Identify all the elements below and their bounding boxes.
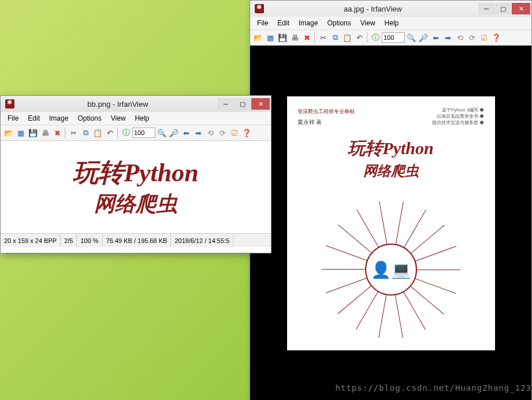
save-icon[interactable]: 💾 bbox=[277, 32, 288, 43]
rotate-left-icon[interactable]: ⟲ bbox=[454, 32, 466, 43]
zoom-in-icon[interactable]: 🔍 bbox=[156, 127, 168, 139]
status-zoom: 100 % bbox=[77, 234, 102, 247]
window-buttons: ─ ▢ ✕ bbox=[218, 98, 270, 110]
zoom-out-icon[interactable]: 🔎 bbox=[168, 127, 180, 139]
settings-icon[interactable]: ☑ bbox=[478, 32, 490, 43]
book-bullet: 提供技术交流与服务群 ◆ bbox=[432, 119, 484, 126]
print-icon[interactable]: 🖶 bbox=[289, 32, 300, 43]
menu-image[interactable]: Image bbox=[294, 18, 322, 28]
image-viewport[interactable]: 资深爬虫工程师专业奉献 黄永祥 著 基于Python 3编写 ◆ 以项目实战贯穿… bbox=[250, 46, 531, 400]
next-icon[interactable]: ➡ bbox=[192, 127, 204, 139]
delete-icon[interactable]: ✖ bbox=[301, 32, 312, 43]
book-title: 玩转Python 网络爬虫 bbox=[287, 137, 495, 180]
logo-line2: 网络爬虫 bbox=[94, 190, 177, 218]
status-filesize: 76.49 KB / 195.68 KB bbox=[103, 234, 172, 247]
next-icon[interactable]: ➡ bbox=[442, 32, 453, 43]
irfanview-window-aa: aa.jpg - IrfanView ─ ▢ ✕ File Edit Image… bbox=[250, 0, 532, 400]
zoom-input[interactable] bbox=[382, 32, 405, 43]
book-author: 黄永祥 著 bbox=[297, 118, 322, 126]
statusbar: 20 x 159 x 24 BPP 2/5 100 % 76.49 KB / 1… bbox=[1, 233, 271, 247]
menu-image[interactable]: Image bbox=[44, 113, 73, 124]
titlebar[interactable]: aa.jpg - IrfanView ─ ▢ ✕ bbox=[250, 1, 531, 17]
menu-view[interactable]: View bbox=[106, 113, 131, 124]
menu-edit[interactable]: Edit bbox=[23, 113, 44, 124]
cropped-logo-image: 玩转Python 网络爬虫 bbox=[12, 143, 260, 232]
undo-icon[interactable]: ↶ bbox=[104, 127, 116, 139]
toolbar: 📂 ▦ 💾 🖶 ✖ ✂ ⧉ 📋 ↶ ⓘ 🔍 🔎 ⬅ ➡ ⟲ ⟳ ☑ ❓ bbox=[1, 125, 271, 141]
menu-file[interactable]: File bbox=[3, 113, 23, 124]
book-title-line1: 玩转Python bbox=[287, 137, 495, 160]
zoom-out-icon[interactable]: 🔎 bbox=[418, 32, 429, 43]
toolbar: 📂 ▦ 💾 🖶 ✖ ✂ ⧉ 📋 ↶ ⓘ 🔍 🔎 ⬅ ➡ ⟲ ⟳ ☑ ❓ bbox=[250, 30, 531, 46]
irfanview-window-bb: bb.png - IrfanView ─ ▢ ✕ File Edit Image… bbox=[0, 95, 271, 253]
minimize-button[interactable]: ─ bbox=[218, 98, 234, 110]
close-button[interactable]: ✕ bbox=[512, 3, 530, 14]
menu-file[interactable]: File bbox=[252, 18, 273, 28]
cut-icon[interactable]: ✂ bbox=[68, 127, 79, 139]
maximize-button[interactable]: ▢ bbox=[235, 98, 251, 110]
window-buttons: ─ ▢ ✕ bbox=[478, 3, 530, 14]
help-icon[interactable]: ❓ bbox=[241, 127, 252, 139]
book-subtitle: 资深爬虫工程师专业奉献 bbox=[297, 108, 355, 115]
book-title-line2: 网络爬虫 bbox=[287, 162, 495, 180]
menu-help[interactable]: Help bbox=[131, 113, 154, 124]
status-page: 2/5 bbox=[61, 234, 77, 247]
settings-icon[interactable]: ☑ bbox=[229, 127, 240, 139]
book-bullet: 基于Python 3编写 ◆ bbox=[432, 107, 484, 113]
slideshow-icon[interactable]: ▦ bbox=[265, 32, 276, 43]
help-icon[interactable]: ❓ bbox=[490, 32, 502, 43]
book-cover-image: 资深爬虫工程师专业奉献 黄永祥 著 基于Python 3编写 ◆ 以项目实战贯穿… bbox=[287, 96, 495, 350]
menubar: File Edit Image Options View Help bbox=[1, 112, 271, 125]
menu-edit[interactable]: Edit bbox=[273, 18, 294, 28]
app-icon bbox=[5, 99, 14, 109]
info-icon[interactable]: ⓘ bbox=[370, 32, 381, 43]
delete-icon[interactable]: ✖ bbox=[51, 127, 63, 139]
window-title: aa.jpg - IrfanView bbox=[267, 5, 478, 13]
maximize-button[interactable]: ▢ bbox=[495, 3, 511, 14]
cut-icon[interactable]: ✂ bbox=[317, 32, 329, 43]
app-icon bbox=[255, 4, 264, 13]
prev-icon[interactable]: ⬅ bbox=[430, 32, 441, 43]
toolbar-separator bbox=[314, 32, 315, 43]
paste-icon[interactable]: 📋 bbox=[92, 127, 103, 139]
rotate-left-icon[interactable]: ⟲ bbox=[204, 127, 216, 139]
open-icon[interactable]: 📂 bbox=[252, 32, 264, 43]
image-viewport[interactable]: 玩转Python 网络爬虫 bbox=[1, 141, 271, 233]
prev-icon[interactable]: ⬅ bbox=[180, 127, 192, 139]
toolbar-separator bbox=[65, 128, 66, 138]
titlebar[interactable]: bb.png - IrfanView ─ ▢ ✕ bbox=[1, 96, 271, 112]
info-icon[interactable]: ⓘ bbox=[120, 127, 132, 139]
zoom-input[interactable] bbox=[132, 128, 155, 138]
book-bullet: 以项目实战贯穿全书 ◆ bbox=[432, 113, 484, 119]
zoom-in-icon[interactable]: 🔍 bbox=[405, 32, 417, 43]
minimize-button[interactable]: ─ bbox=[478, 3, 494, 14]
menu-options[interactable]: Options bbox=[322, 18, 355, 28]
window-title: bb.png - IrfanView bbox=[18, 100, 218, 109]
close-button[interactable]: ✕ bbox=[251, 98, 270, 110]
open-icon[interactable]: 📂 bbox=[3, 127, 14, 139]
undo-icon[interactable]: ↶ bbox=[354, 32, 365, 43]
copy-icon[interactable]: ⧉ bbox=[329, 32, 341, 43]
toolbar-separator bbox=[117, 128, 118, 138]
menu-options[interactable]: Options bbox=[73, 113, 106, 124]
copy-icon[interactable]: ⧉ bbox=[80, 127, 91, 139]
rotate-right-icon[interactable]: ⟳ bbox=[217, 127, 228, 139]
status-date: 2018/6/12 / 14:55:5 bbox=[171, 234, 233, 247]
menu-help[interactable]: Help bbox=[380, 18, 404, 28]
book-illustration: 👤💻 bbox=[316, 212, 466, 327]
book-bullets: 基于Python 3编写 ◆ 以项目实战贯穿全书 ◆ 提供技术交流与服务群 ◆ bbox=[432, 107, 484, 126]
menubar: File Edit Image Options View Help bbox=[250, 17, 531, 30]
slideshow-icon[interactable]: ▦ bbox=[15, 127, 27, 139]
menu-view[interactable]: View bbox=[356, 18, 380, 28]
paste-icon[interactable]: 📋 bbox=[341, 32, 353, 43]
print-icon[interactable]: 🖶 bbox=[39, 127, 51, 139]
logo-line1: 玩转Python bbox=[73, 156, 199, 190]
toolbar-separator bbox=[367, 32, 368, 43]
watermark-text: https://blog.csdn.net/HuangZhang_123 bbox=[336, 383, 531, 392]
rotate-right-icon[interactable]: ⟳ bbox=[466, 32, 478, 43]
status-dimensions: 20 x 159 x 24 BPP bbox=[1, 234, 61, 247]
save-icon[interactable]: 💾 bbox=[27, 127, 39, 139]
